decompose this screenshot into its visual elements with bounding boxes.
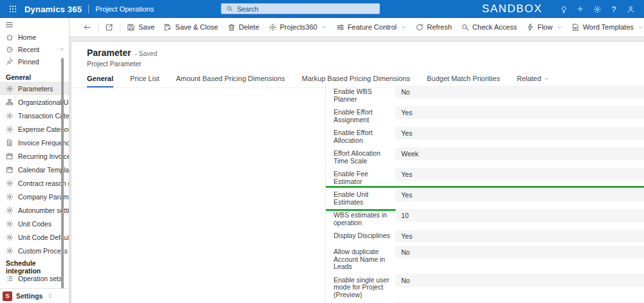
field-enable-effort-assignment: Enable Effort Assignment Yes (334, 106, 644, 124)
brand-divider (88, 5, 89, 14)
chevron-down-icon (544, 76, 549, 82)
word-templates-button[interactable]: Word Templates (567, 19, 644, 35)
tab-price-list[interactable]: Price List (130, 72, 159, 87)
page-title: Parameter (87, 48, 131, 58)
field-dropdown[interactable]: Week (395, 147, 644, 160)
field-wbs-estimates-in-operation: WBS estimates in operation 10 (334, 209, 644, 226)
org-chart-icon (6, 98, 14, 106)
app-name[interactable]: Project Operations (95, 5, 154, 13)
field-dropdown[interactable]: Yes (395, 230, 644, 243)
sidebar-item-transaction-categories[interactable]: Transaction Categ... (0, 109, 69, 122)
field-label: Enable WBS Planner (334, 86, 395, 103)
sidebar-item-home[interactable]: Home (0, 31, 69, 43)
gear-icon (6, 125, 14, 133)
check-access-button[interactable]: Check Access (457, 19, 522, 35)
gear-icon[interactable] (589, 1, 605, 17)
page-background: Parameter - Saved Project Parameter Gene… (70, 37, 644, 303)
trash-icon (227, 23, 236, 32)
flow-button[interactable]: Flow (522, 19, 567, 35)
person-icon[interactable] (622, 1, 639, 17)
sidebar-group-general: General (0, 73, 69, 82)
sidebar-item-autonumber-settings[interactable]: Autonumber setti... (0, 203, 69, 217)
home-icon (6, 33, 14, 41)
field-dropdown[interactable]: Yes (395, 106, 644, 119)
sidebar-item-unit-codes[interactable]: Unit Codes (0, 217, 69, 230)
back-arrow-icon (83, 23, 91, 32)
field-enable-fee-estimator: Enable Fee Estimator Yes (334, 168, 644, 185)
field-enable-effort-allocation: Enable Effort Allocation Yes (334, 127, 644, 144)
sidebar-item-pinned[interactable]: Pinned (0, 55, 69, 68)
save-and-close-button[interactable]: Save & Close (159, 19, 223, 35)
gear-icon (6, 85, 14, 93)
sidebar-item-unit-code-defaults[interactable]: Unit Code Default... (0, 230, 69, 244)
delete-button[interactable]: Delete (223, 19, 264, 35)
gear-icon (6, 234, 14, 241)
field-label: Enable Effort Assignment (334, 106, 395, 124)
sidebar-item-recurring-invoice[interactable]: Recurring Invoice ... (0, 149, 69, 163)
projects360-button[interactable]: Projects360 (264, 19, 332, 35)
chevron-down-icon (638, 24, 643, 30)
sidebar-item-custom-process[interactable]: Custom Process E... (0, 244, 69, 257)
chevron-down-icon (59, 46, 65, 52)
feature-control-button[interactable]: Feature Control (332, 19, 411, 35)
field-label: Display Disciplines (334, 230, 395, 240)
refresh-button[interactable]: Refresh (411, 19, 457, 35)
refresh-icon (415, 23, 424, 32)
field-dropdown[interactable]: Yes (395, 188, 644, 201)
record-form-card: Parameter - Saved Project Parameter Gene… (71, 42, 644, 303)
sidebar-item-organizational-units[interactable]: Organizational Un... (0, 95, 69, 109)
top-navigation-bar: Dynamics 365 Project Operations Search S… (0, 0, 644, 18)
gear-icon (6, 247, 14, 255)
divider (98, 22, 99, 32)
app-launcher-icon[interactable] (5, 1, 21, 17)
sidebar-item-company-parameters[interactable]: Company Parame... (0, 190, 69, 203)
gear-icon (6, 179, 14, 187)
field-enable-wbs-planner: Enable WBS Planner No (334, 86, 644, 103)
sidebar-item-recent[interactable]: Recent (0, 43, 69, 55)
document-icon (6, 139, 14, 147)
area-switcher-settings[interactable]: S Settings (0, 288, 69, 303)
chevron-up-down-icon (47, 292, 53, 300)
sliders-icon (336, 23, 345, 32)
field-text-input[interactable]: 10 (395, 209, 644, 222)
record-type-subtitle: Project Parameter (87, 60, 644, 68)
sidebar-item-expense-categories[interactable]: Expense Categories (0, 122, 69, 136)
sidebar-item-contract-reason[interactable]: Contract reason c... (0, 176, 69, 190)
field-dropdown[interactable]: No (395, 274, 644, 287)
sidebar-item-calendar-templates[interactable]: Calendar Templates (0, 163, 69, 176)
sidebar-item-parameters[interactable]: Parameters (0, 82, 69, 95)
brand-title[interactable]: Dynamics 365 (24, 5, 82, 14)
field-dropdown[interactable]: No (395, 246, 644, 259)
plus-icon[interactable] (572, 1, 589, 17)
lightbulb-icon[interactable] (555, 1, 572, 17)
tab-general[interactable]: General (87, 72, 113, 87)
save-close-icon (164, 23, 172, 32)
search-input[interactable]: Search (221, 3, 380, 14)
save-button[interactable]: Save (122, 19, 159, 35)
command-bar: Save Save & Close Delete Projects360 Fea… (70, 18, 644, 37)
hamburger-menu-icon[interactable] (0, 18, 69, 31)
tab-amount-based-pricing-dimensions[interactable]: Amount Based Pricing Dimensions (176, 72, 285, 87)
gear-icon (6, 193, 14, 201)
divider (120, 22, 120, 32)
settings-area-label: Settings (16, 292, 43, 300)
sidebar-scrollbar[interactable] (61, 58, 64, 302)
settings-area-badge: S (3, 291, 12, 301)
pin-icon (6, 58, 14, 66)
field-label: Enable Unit Estimates (334, 188, 395, 206)
sidebar-item-invoice-frequencies[interactable]: Invoice Frequencies (0, 136, 69, 149)
chevron-down-icon (556, 24, 562, 30)
help-icon[interactable]: ? (605, 1, 622, 17)
field-dropdown[interactable]: Yes (395, 127, 644, 140)
open-in-new-window-button[interactable] (100, 19, 118, 35)
field-label: WBS estimates in operation (334, 209, 395, 226)
topbar-right: SANDBOX ? (482, 1, 639, 17)
save-icon (127, 23, 135, 32)
field-dropdown[interactable]: No (395, 86, 644, 98)
save-status: - Saved (135, 50, 157, 57)
field-dropdown[interactable]: Yes (395, 168, 644, 181)
open-in-new-icon (105, 23, 113, 32)
environment-badge[interactable]: SANDBOX (482, 3, 542, 15)
field-label: Effort Allocation Time Scale (334, 147, 395, 165)
back-button[interactable] (79, 19, 96, 35)
